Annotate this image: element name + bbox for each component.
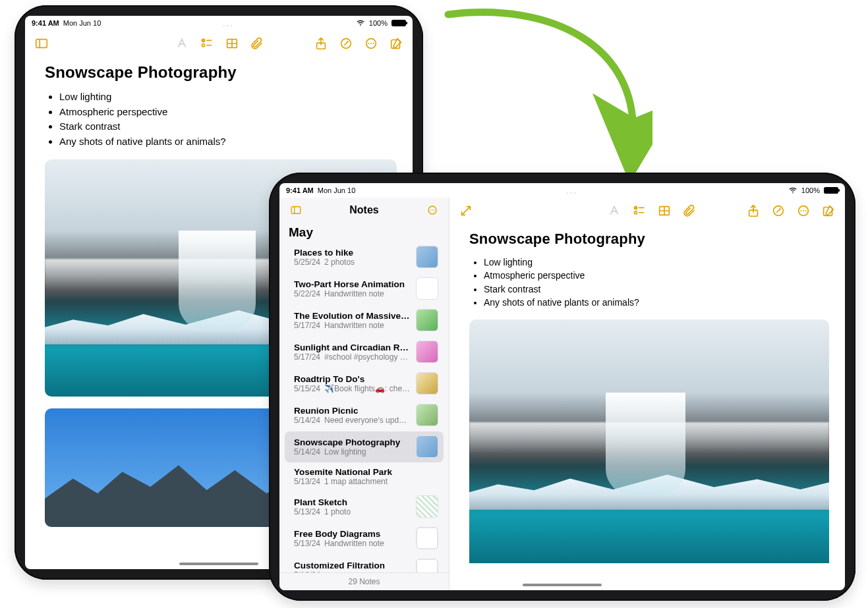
sidebar-item-title: Customized Filtration xyxy=(294,561,411,570)
markup-icon xyxy=(771,204,786,218)
sidebar-item-thumbnail xyxy=(416,309,438,331)
note-title: Snowscape Photography xyxy=(45,63,397,82)
sidebar-item[interactable]: Two-Part Horse Animation5/22/24Handwritt… xyxy=(285,273,444,304)
note-bullets: Low lighting Atmospheric perspective Sta… xyxy=(469,256,829,309)
table-button[interactable] xyxy=(221,32,243,55)
sidebar-item-subtitle: 5/17/24Handwritten note xyxy=(294,321,411,330)
more-button[interactable] xyxy=(360,32,382,55)
sidebar-more-button[interactable] xyxy=(421,199,444,221)
note-bullet: Stark contrast xyxy=(59,119,397,134)
status-bar: 9:41 AM Mon Jun 10 ... 100% xyxy=(279,183,845,198)
share-icon xyxy=(746,204,761,218)
attachment-icon xyxy=(250,36,264,51)
text-format-button[interactable] xyxy=(171,32,193,55)
home-indicator[interactable] xyxy=(523,584,602,586)
svg-point-36 xyxy=(800,210,801,211)
svg-point-6 xyxy=(202,44,204,47)
sidebar-item[interactable]: Customized Filtration5/12/24 xyxy=(285,555,444,572)
sidebar-item-subtitle: 5/22/24Handwritten note xyxy=(294,289,411,298)
sidebar-item[interactable]: Places to hike5/25/242 photos xyxy=(285,242,444,273)
note-bullets: Low lighting Atmospheric perspective Sta… xyxy=(45,90,397,149)
share-button[interactable] xyxy=(742,200,765,222)
sidebar-item-thumbnail xyxy=(416,277,438,300)
sidebar-item[interactable]: Sunlight and Circadian Rhyth...5/17/24#s… xyxy=(285,337,444,368)
sidebar-item[interactable]: The Evolution of Massive Star...5/17/24H… xyxy=(285,305,444,336)
note-body[interactable]: Snowscape Photography Low lighting Atmos… xyxy=(449,224,845,590)
sidebar-icon xyxy=(290,204,302,216)
attachment-button[interactable] xyxy=(678,200,701,222)
sidebar-item-subtitle: 5/15/24✈️Book flights🚗: check... xyxy=(294,384,411,393)
sidebar-item-thumbnail xyxy=(416,495,438,518)
notes-sidebar: Notes May Places to hike5/25/242 photosT… xyxy=(279,198,449,590)
sidebar-item-subtitle: 5/13/241 map attachment xyxy=(294,477,438,486)
text-format-icon xyxy=(607,204,622,218)
compose-button[interactable] xyxy=(817,200,840,222)
markup-button[interactable] xyxy=(767,200,790,222)
text-format-button[interactable] xyxy=(603,200,625,222)
battery-icon xyxy=(824,187,838,194)
more-icon xyxy=(364,36,378,51)
sidebar-item-title: The Evolution of Massive Star... xyxy=(294,311,411,321)
table-icon xyxy=(657,204,672,218)
markup-icon xyxy=(339,36,353,51)
note-bullet: Stark contrast xyxy=(484,283,829,296)
status-bar: 9:41 AM Mon Jun 10 ... 100% xyxy=(25,16,413,30)
battery-percent: 100% xyxy=(369,19,388,27)
attachment-button[interactable] xyxy=(246,32,268,55)
sidebar-item[interactable]: Snowscape Photography5/14/24Low lighting xyxy=(285,431,444,462)
svg-point-28 xyxy=(634,211,637,214)
checklist-button[interactable] xyxy=(628,200,651,222)
sidebar-item[interactable]: Yosemite National Park5/13/241 map attac… xyxy=(285,463,444,491)
svg-point-37 xyxy=(803,210,804,211)
sidebar-item-subtitle: 5/25/242 photos xyxy=(294,258,411,267)
table-button[interactable] xyxy=(653,200,676,222)
more-button[interactable] xyxy=(792,200,815,222)
sidebar-item-title: Two-Part Horse Animation xyxy=(294,279,411,289)
compose-icon xyxy=(389,36,403,51)
date: Mon Jun 10 xyxy=(63,19,101,27)
sidebar-item-subtitle: 5/17/24#school #psychology #bio... xyxy=(294,352,411,362)
share-button[interactable] xyxy=(310,32,332,55)
note-main-pane: Snowscape Photography Low lighting Atmos… xyxy=(449,198,845,590)
home-indicator[interactable] xyxy=(179,563,258,565)
sidebar-item[interactable]: Free Body Diagrams5/13/24Handwritten not… xyxy=(285,523,444,554)
svg-point-16 xyxy=(373,43,374,44)
sidebar-item-subtitle: 5/13/241 photo xyxy=(294,507,411,516)
sidebar-item-title: Plant Sketch xyxy=(294,497,411,507)
sidebar-item-thumbnail xyxy=(416,559,438,572)
text-format-icon xyxy=(175,36,189,51)
expand-button[interactable] xyxy=(455,200,477,222)
note-photo-waterfall[interactable] xyxy=(469,319,829,563)
sidebar-section-header: May xyxy=(279,223,449,241)
sidebar-item-thumbnail xyxy=(416,372,438,395)
multitask-dots-icon[interactable]: ... xyxy=(359,185,784,196)
note-bullet: Atmospheric perspective xyxy=(484,269,829,282)
sidebar-icon xyxy=(34,36,49,51)
compose-button[interactable] xyxy=(385,32,407,55)
sidebar-toggle-button[interactable] xyxy=(30,32,53,55)
sidebar-item-title: Roadtrip To Do's xyxy=(294,374,411,384)
sidebar-item-subtitle: 5/14/24Need everyone's updated... xyxy=(294,416,411,425)
svg-point-0 xyxy=(360,26,361,26)
sidebar-list[interactable]: Places to hike5/25/242 photosTwo-Part Ho… xyxy=(279,241,449,572)
svg-point-38 xyxy=(805,210,807,211)
ellipsis-circle-icon xyxy=(426,204,438,216)
svg-point-24 xyxy=(434,209,435,211)
sidebar-item-thumbnail xyxy=(416,341,438,363)
wifi-icon xyxy=(788,186,797,195)
svg-point-18 xyxy=(792,193,793,194)
sidebar-item[interactable]: Roadtrip To Do's5/15/24✈️Book flights🚗: … xyxy=(285,368,444,399)
multitask-dots-icon[interactable]: ... xyxy=(105,18,352,28)
sidebar-item-title: Free Body Diagrams xyxy=(294,529,411,539)
svg-point-23 xyxy=(432,209,433,211)
sidebar-item[interactable]: Plant Sketch5/13/241 photo xyxy=(285,491,444,522)
note-bullet: Atmospheric perspective xyxy=(59,105,397,120)
checklist-button[interactable] xyxy=(196,32,218,55)
svg-point-14 xyxy=(368,43,369,44)
sidebar-toggle-button[interactable] xyxy=(285,199,307,221)
sidebar-item-thumbnail xyxy=(416,404,438,426)
sidebar-item[interactable]: Reunion Picnic5/14/24Need everyone's upd… xyxy=(285,400,444,431)
checklist-icon xyxy=(632,204,647,218)
markup-button[interactable] xyxy=(335,32,357,55)
battery-icon xyxy=(391,20,406,26)
